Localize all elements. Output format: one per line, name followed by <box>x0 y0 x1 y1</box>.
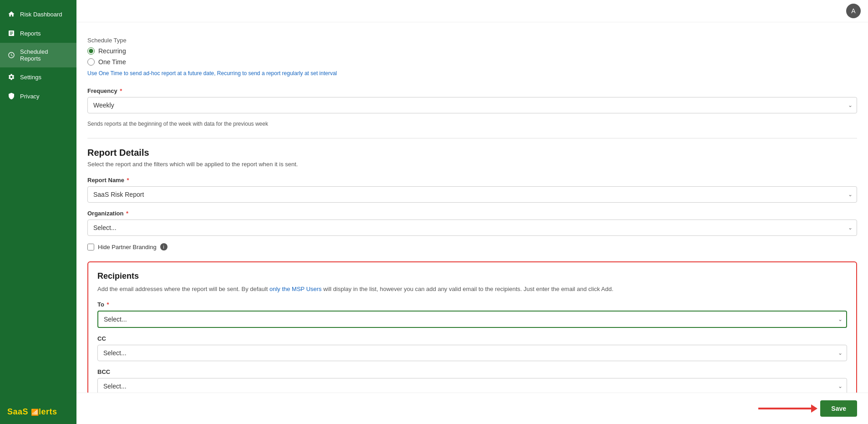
sidebar-label-reports: Reports <box>20 30 41 37</box>
save-area: Save <box>76 393 868 424</box>
content-area: Schedule Type Recurring One Time Use One… <box>76 22 868 424</box>
organization-select[interactable]: Select... <box>87 220 857 236</box>
sidebar-label-privacy: Privacy <box>20 93 40 100</box>
cc-select[interactable]: Select... <box>97 345 847 361</box>
home-icon <box>7 10 15 18</box>
radio-one-time-input[interactable] <box>87 58 95 66</box>
recipients-title: Recipients <box>97 271 847 281</box>
hide-partner-branding-checkbox[interactable] <box>87 244 94 250</box>
schedule-type-helper: Use One Time to send ad-hoc report at a … <box>87 70 857 77</box>
bcc-label: BCC <box>97 368 847 375</box>
radio-recurring-input[interactable] <box>87 47 95 55</box>
sidebar-item-reports[interactable]: Reports <box>0 24 76 43</box>
sidebar: Risk Dashboard Reports Scheduled Reports… <box>0 0 76 424</box>
recipients-description: Add the email addresses where the report… <box>97 285 847 294</box>
report-details-desc: Select the report and the filters which … <box>87 161 857 168</box>
radio-recurring[interactable]: Recurring <box>87 47 857 55</box>
hide-partner-branding-row: Hide Partner Branding i <box>87 243 857 250</box>
report-name-select-wrapper: SaaS Risk Report ⌄ <box>87 186 857 203</box>
arrow-line <box>758 408 813 409</box>
report-details-title: Report Details <box>87 148 857 158</box>
sidebar-logo: SaaS 📶lerts <box>0 400 76 424</box>
frequency-section: Frequency * Daily Weekly Monthly ⌄ Sends… <box>87 87 857 127</box>
radio-one-time[interactable]: One Time <box>87 58 857 66</box>
sidebar-label-settings: Settings <box>20 74 41 81</box>
cc-label: CC <box>97 335 847 342</box>
report-name-select[interactable]: SaaS Risk Report <box>87 186 857 203</box>
shield-icon <box>7 92 15 100</box>
frequency-select-wrapper: Daily Weekly Monthly ⌄ <box>87 97 857 113</box>
bcc-select[interactable]: Select... <box>97 378 847 394</box>
frequency-hint: Sends reports at the beginning of the we… <box>87 121 857 127</box>
sidebar-label-scheduled-reports: Scheduled Reports <box>20 48 69 62</box>
frequency-label: Frequency * <box>87 87 857 94</box>
info-icon[interactable]: i <box>160 243 168 250</box>
to-select-wrapper: Select... ⌄ <box>97 311 847 328</box>
logo-text: SaaS 📶lerts <box>7 407 57 416</box>
sidebar-label-risk-dashboard: Risk Dashboard <box>20 11 62 18</box>
sidebar-item-settings[interactable]: Settings <box>0 67 76 87</box>
settings-icon <box>7 73 15 81</box>
to-select[interactable]: Select... <box>97 311 847 328</box>
schedule-type-radio-group: Recurring One Time <box>87 47 857 66</box>
report-name-label: Report Name * <box>87 177 857 184</box>
radio-one-time-label: One Time <box>98 58 126 66</box>
cc-select-wrapper: Select... ⌄ <box>97 345 847 361</box>
reports-icon <box>7 29 15 37</box>
radio-recurring-label: Recurring <box>98 47 126 55</box>
clock-icon <box>7 51 15 59</box>
sidebar-nav: Risk Dashboard Reports Scheduled Reports… <box>0 0 76 400</box>
save-arrow-indicator <box>758 408 813 409</box>
frequency-select[interactable]: Daily Weekly Monthly <box>87 97 857 113</box>
bcc-select-wrapper: Select... ⌄ <box>97 378 847 394</box>
to-label: To * <box>97 301 847 308</box>
organization-label: Organization * <box>87 210 857 217</box>
sidebar-item-privacy[interactable]: Privacy <box>0 87 76 106</box>
section-divider <box>87 138 857 138</box>
save-button[interactable]: Save <box>820 400 857 417</box>
logo-wifi-icon: 📶 <box>31 409 39 416</box>
sidebar-item-scheduled-reports[interactable]: Scheduled Reports <box>0 43 76 67</box>
report-details-section: Report Details Select the report and the… <box>87 148 857 250</box>
user-avatar[interactable]: A <box>846 4 861 18</box>
hide-partner-branding-label: Hide Partner Branding <box>98 244 157 250</box>
schedule-type-section: Schedule Type Recurring One Time Use One… <box>87 37 857 77</box>
organization-select-wrapper: Select... ⌄ <box>87 220 857 236</box>
schedule-type-label: Schedule Type <box>87 37 857 44</box>
main-content: A Schedule Type Recurring One Time Use O… <box>76 0 868 424</box>
sidebar-item-risk-dashboard[interactable]: Risk Dashboard <box>0 5 76 24</box>
recipients-highlight: only the MSP Users <box>269 286 322 292</box>
topbar: A <box>76 0 868 22</box>
